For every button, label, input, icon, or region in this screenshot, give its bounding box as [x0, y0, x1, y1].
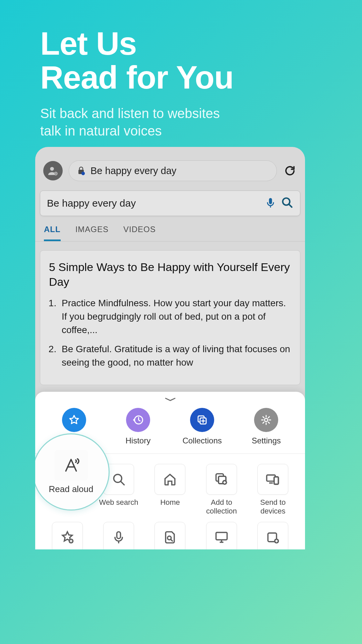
- hero-title-line2: Read for You: [40, 59, 234, 95]
- grid-label: Send to devices: [251, 498, 295, 516]
- search-icon: [111, 472, 126, 487]
- reload-icon: [284, 165, 296, 177]
- hero-title: Let Us Read for You: [40, 27, 322, 95]
- search-input[interactable]: [47, 198, 260, 209]
- grid-voice-search[interactable]: Voice search: [95, 522, 142, 549]
- phone-frame: Be happy every day ALL IMAGES VIDEOS 5 S…: [35, 147, 305, 549]
- hero-sub-line1: Sit back and listen to websites: [40, 106, 220, 121]
- profile-avatar[interactable]: [43, 161, 63, 180]
- grid-label: Web search: [99, 498, 138, 507]
- chevron-down-icon: [164, 397, 177, 401]
- gear-icon: [254, 408, 278, 432]
- reload-button[interactable]: [283, 164, 297, 178]
- grid-find-page[interactable]: Find on page: [147, 522, 193, 549]
- browser-topbar: Be happy every day: [35, 147, 305, 188]
- read-aloud-highlight[interactable]: Read aloud: [35, 433, 110, 511]
- toprow-settings[interactable]: Settings: [239, 408, 293, 445]
- grid-home[interactable]: Home: [147, 464, 193, 516]
- svg-point-3: [81, 172, 85, 175]
- grid-add-favorites[interactable]: Add to favorites: [44, 522, 90, 549]
- grid-add-collection[interactable]: Add to collection: [198, 464, 245, 516]
- svg-rect-4: [269, 198, 272, 204]
- search-box[interactable]: [40, 191, 300, 216]
- svg-rect-16: [274, 477, 279, 484]
- toprow-history[interactable]: History: [111, 408, 165, 445]
- grid-label: Add to collection: [200, 498, 243, 516]
- home-icon: [163, 472, 177, 487]
- person-add-icon: [47, 165, 59, 176]
- tab-images[interactable]: IMAGES: [75, 225, 109, 241]
- new-tab-icon: [265, 530, 280, 545]
- collections-icon: [190, 408, 214, 432]
- result-item: Practice Mindfulness. How you start your…: [59, 297, 291, 336]
- mic-icon: [111, 530, 126, 545]
- read-aloud-label: Read aloud: [49, 484, 94, 494]
- lock-shield-icon: [77, 166, 85, 175]
- grid-send-devices[interactable]: Send to devices: [250, 464, 296, 516]
- devices-icon: [265, 472, 280, 487]
- svg-point-9: [265, 418, 268, 422]
- favorites-icon: [62, 408, 86, 432]
- result-card[interactable]: 5 Simple Ways to Be Happy with Yourself …: [40, 250, 300, 385]
- toprow-label: History: [126, 436, 151, 445]
- star-add-icon: [60, 530, 75, 545]
- desktop-icon: [214, 530, 229, 545]
- search-tabs: ALL IMAGES VIDEOS: [35, 216, 305, 241]
- find-page-icon: [163, 530, 177, 545]
- grid-new-tab[interactable]: New tab: [250, 522, 296, 549]
- result-title: 5 Simple Ways to Be Happy with Yourself …: [49, 260, 291, 289]
- tab-videos[interactable]: VIDEOS: [123, 225, 156, 241]
- toprow-collections[interactable]: Collections: [175, 408, 229, 445]
- svg-rect-21: [216, 532, 227, 540]
- result-list: Practice Mindfulness. How you start your…: [49, 297, 291, 369]
- toprow-label: Collections: [182, 436, 222, 445]
- svg-rect-19: [117, 532, 121, 538]
- hero-header: Let Us Read for You Sit back and listen …: [0, 0, 362, 153]
- hero-sub-line2: talk in natural voices: [40, 123, 162, 138]
- toprow-label: Settings: [252, 436, 281, 445]
- search-icon[interactable]: [281, 197, 293, 210]
- history-icon: [126, 408, 150, 432]
- tab-all[interactable]: ALL: [44, 225, 61, 241]
- hero-subtitle: Sit back and listen to websites talk in …: [40, 105, 322, 140]
- sheet-handle[interactable]: [162, 396, 178, 402]
- result-item: Be Grateful. Gratitude is a way of livin…: [59, 342, 291, 369]
- hero-title-line1: Let Us: [40, 25, 136, 61]
- url-text: Be happy every day: [90, 165, 176, 176]
- url-bar[interactable]: Be happy every day: [69, 160, 277, 181]
- grid-view-desktop[interactable]: View desktop site: [198, 522, 245, 549]
- collection-add-icon: [214, 472, 229, 487]
- mic-icon[interactable]: [264, 197, 277, 210]
- svg-point-0: [50, 167, 54, 171]
- grid-label: Home: [160, 498, 180, 507]
- read-aloud-icon: [54, 450, 88, 481]
